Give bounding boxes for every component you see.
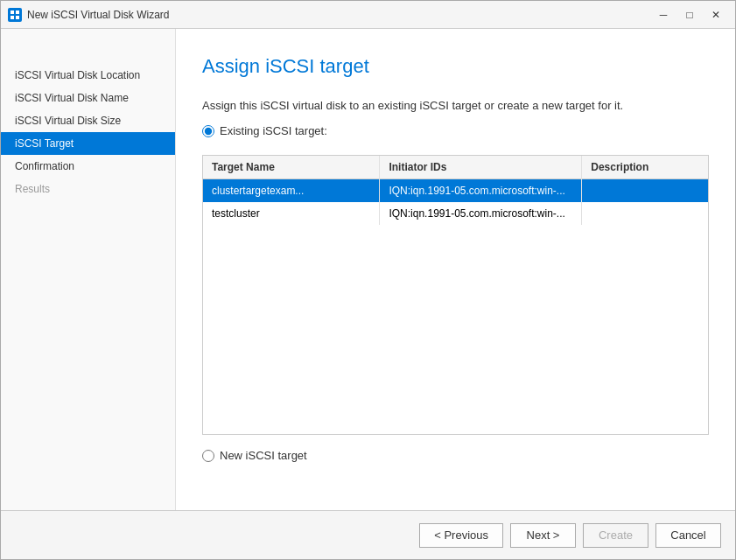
window-title: New iSCSI Virtual Disk Wizard <box>27 9 651 21</box>
target-table: Target Name Initiator IDs Description cl… <box>203 156 708 225</box>
maximize-button[interactable]: □ <box>677 3 702 27</box>
col-initiator-ids: Initiator IDs <box>380 156 582 179</box>
minimize-button[interactable]: ─ <box>651 3 676 27</box>
radio-new-label[interactable]: New iSCSI target <box>202 449 709 462</box>
cell-target-name: clustertargetexam... <box>203 179 380 203</box>
description-text: Assign this iSCSI virtual disk to an exi… <box>202 99 709 112</box>
next-button[interactable]: Next > <box>510 523 576 548</box>
content-area: iSCSI Virtual Disk Location iSCSI Virtua… <box>1 29 735 510</box>
svg-rect-0 <box>11 10 14 14</box>
window-controls: ─ □ ✕ <box>651 3 728 27</box>
sidebar-item-disk-location[interactable]: iSCSI Virtual Disk Location <box>1 64 175 87</box>
target-table-container: Target Name Initiator IDs Description cl… <box>202 155 709 435</box>
col-description: Description <box>582 156 708 179</box>
footer: < Previous Next > Create Cancel <box>1 510 735 559</box>
svg-rect-2 <box>11 16 14 19</box>
cell-description <box>582 179 708 203</box>
table-body: clustertargetexam... IQN:iqn.1991-05.com… <box>203 179 708 226</box>
svg-rect-3 <box>16 16 19 19</box>
create-button[interactable]: Create <box>583 523 648 548</box>
sidebar-item-iscsi-target[interactable]: iSCSI Target <box>1 132 175 155</box>
title-bar: New iSCSI Virtual Disk Wizard ─ □ ✕ <box>1 1 735 29</box>
svg-rect-1 <box>16 10 19 14</box>
main-content: Assign iSCSI target Assign this iSCSI vi… <box>176 29 735 510</box>
radio-new-group: New iSCSI target <box>202 449 709 471</box>
table-header-row: Target Name Initiator IDs Description <box>203 156 708 179</box>
sidebar-item-results: Results <box>1 178 175 200</box>
table-row[interactable]: testcluster IQN:iqn.1991-05.com.microsof… <box>203 202 708 225</box>
radio-existing-input[interactable] <box>202 125 214 137</box>
sidebar: iSCSI Virtual Disk Location iSCSI Virtua… <box>1 29 176 510</box>
sidebar-item-disk-size[interactable]: iSCSI Virtual Disk Size <box>1 109 175 132</box>
col-target-name: Target Name <box>203 156 380 179</box>
radio-existing-label[interactable]: Existing iSCSI target: <box>202 124 709 137</box>
table-header: Target Name Initiator IDs Description <box>203 156 708 179</box>
cancel-button[interactable]: Cancel <box>655 523 721 548</box>
cell-target-name: testcluster <box>203 202 380 225</box>
cell-initiator-ids: IQN:iqn.1991-05.com.microsoft:win-... <box>380 179 582 203</box>
close-button[interactable]: ✕ <box>704 3 728 27</box>
radio-new-input[interactable] <box>202 450 214 462</box>
cell-initiator-ids: IQN:iqn.1991-05.com.microsoft:win-... <box>380 202 582 225</box>
table-row[interactable]: clustertargetexam... IQN:iqn.1991-05.com… <box>203 179 708 203</box>
radio-group: Existing iSCSI target: <box>202 124 709 146</box>
sidebar-item-confirmation[interactable]: Confirmation <box>1 155 175 178</box>
previous-button[interactable]: < Previous <box>419 523 503 548</box>
wizard-window: New iSCSI Virtual Disk Wizard ─ □ ✕ iSCS… <box>0 0 736 560</box>
cell-description <box>582 202 708 225</box>
sidebar-item-disk-name[interactable]: iSCSI Virtual Disk Name <box>1 87 175 109</box>
page-title: Assign iSCSI target <box>202 55 709 78</box>
window-icon <box>8 8 22 22</box>
